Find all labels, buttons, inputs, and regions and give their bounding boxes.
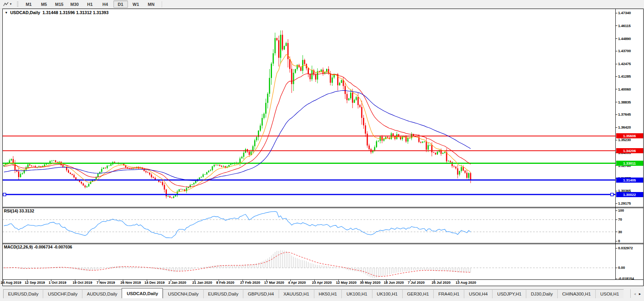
- svg-text:27 Feb 2020: 27 Feb 2020: [240, 281, 260, 285]
- timeframe-button-H1[interactable]: H1: [83, 0, 97, 8]
- chart-title: ▼ USDCAD,Daily 1.31448 1.31596 1.31312 1…: [5, 10, 109, 15]
- svg-text:1.35606: 1.35606: [623, 134, 636, 138]
- svg-text:30 May 2020: 30 May 2020: [360, 281, 381, 285]
- timeframe-button-M1[interactable]: M1: [22, 0, 36, 8]
- svg-text:8 Feb 2020: 8 Feb 2020: [216, 281, 234, 285]
- tab-scroll-right-icon[interactable]: ▸: [639, 292, 641, 296]
- chart-tab-USDCHF-Daily[interactable]: USDCHF,Daily: [43, 289, 82, 298]
- chart-tab-UK100-H1[interactable]: UK100,H1: [341, 289, 372, 298]
- chart-tab-USDCAD-Daily[interactable]: USDCAD,Daily: [122, 288, 163, 298]
- svg-text:23 Apr 2020: 23 Apr 2020: [312, 281, 332, 285]
- svg-text:1.36420: 1.36420: [618, 125, 631, 129]
- rsi-indicator-label: RSI(14) 33.3132: [4, 209, 34, 213]
- svg-text:12 May 2020: 12 May 2020: [336, 281, 357, 285]
- chart-tab-GER30-H1[interactable]: GER30,H1: [402, 289, 434, 298]
- timeframe-toolbar: ▾ M1M5M15M30H1H4D1W1MN: [0, 0, 644, 9]
- svg-text:1.30022: 1.30022: [623, 193, 636, 197]
- chart-tab-EURUSD-Daily[interactable]: EURUSD,Daily: [203, 289, 243, 298]
- timeframe-buttons: M1M5M15M30H1H4D1W1MN: [21, 0, 159, 8]
- svg-text:13 Aug 2020: 13 Aug 2020: [456, 281, 476, 285]
- chart-tab-AUDUSD-Daily[interactable]: AUDUSD,Daily: [82, 289, 122, 298]
- chart-tab-FRA40-H1[interactable]: FRA40,H1: [433, 289, 464, 298]
- svg-text:1.47340: 1.47340: [618, 11, 631, 15]
- svg-text:21 Jan 2020: 21 Jan 2020: [192, 281, 212, 285]
- svg-text:12 Sep 2019: 12 Sep 2019: [25, 281, 45, 285]
- timeframe-button-MN[interactable]: MN: [144, 0, 159, 8]
- chart-tab-UK100-H1[interactable]: UK100,H1: [372, 289, 402, 298]
- chart-tabs: EURUSD,DailyUSDCHF,DailyAUDUSD,DailyUSDC…: [3, 288, 624, 298]
- svg-text:0.00: 0.00: [618, 266, 625, 270]
- svg-text:1.43700: 1.43700: [618, 49, 631, 53]
- svg-text:0: 0: [618, 239, 620, 243]
- timeframe-button-H4[interactable]: H4: [98, 0, 113, 8]
- chart-type-button[interactable]: ▾: [2, 1, 13, 7]
- svg-text:1.35230: 1.35230: [618, 138, 631, 142]
- svg-text:19 Oct 2019: 19 Oct 2019: [73, 281, 92, 285]
- svg-text:70: 70: [618, 218, 622, 221]
- svg-text:25 Jul 2020: 25 Jul 2020: [432, 281, 451, 285]
- timeframe-button-W1[interactable]: W1: [129, 0, 143, 8]
- svg-text:1.37645: 1.37645: [618, 112, 631, 116]
- svg-text:100: 100: [618, 209, 624, 212]
- svg-text:-0.018154: -0.018154: [618, 277, 634, 281]
- chart-tab-EURUSD-Daily[interactable]: EURUSD,Daily: [3, 289, 43, 298]
- svg-text:0.032972: 0.032972: [618, 246, 633, 250]
- svg-text:1.31405: 1.31405: [623, 178, 636, 182]
- chart-tab-USDJPY-H1[interactable]: USDJPY,H1: [492, 289, 526, 298]
- svg-text:7 Jul 2020: 7 Jul 2020: [408, 281, 425, 285]
- line-chart-icon: [3, 2, 9, 7]
- svg-text:30: 30: [618, 230, 622, 234]
- toolbar-grip[interactable]: [17, 2, 18, 7]
- svg-text:1.29175: 1.29175: [618, 201, 631, 205]
- chart-ohlc-values: 1.31448 1.31596 1.31312 1.31393: [42, 10, 108, 15]
- svg-text:7 Nov 2019: 7 Nov 2019: [97, 281, 115, 285]
- svg-text:1.34206: 1.34206: [623, 149, 636, 153]
- svg-text:18 Jun 2020: 18 Jun 2020: [384, 281, 404, 285]
- chart-tab-USOil-H1[interactable]: USOil,H1: [595, 289, 624, 298]
- timeframe-button-M30[interactable]: M30: [68, 0, 82, 8]
- chart-tabs-bar: EURUSD,DailyUSDCHF,DailyAUDUSD,DailyUSDC…: [0, 286, 644, 301]
- chart-symbol-period: USDCAD,Daily: [10, 10, 40, 15]
- svg-text:2 Jan 2020: 2 Jan 2020: [168, 281, 186, 285]
- toolbar-separator: [162, 1, 162, 7]
- svg-text:1.44890: 1.44890: [618, 37, 631, 41]
- svg-text:4 Apr 2020: 4 Apr 2020: [288, 281, 306, 285]
- svg-text:1.42475: 1.42475: [618, 62, 631, 66]
- timeframe-button-M15[interactable]: M15: [52, 0, 67, 8]
- chart-dropdown-icon[interactable]: ▼: [5, 11, 8, 15]
- svg-text:1.38835: 1.38835: [618, 100, 631, 104]
- chart-tab-XAUUSD-H1[interactable]: XAUUSD,H1: [279, 289, 314, 298]
- svg-text:1.46115: 1.46115: [618, 24, 631, 28]
- mt4-chart-window: { "icons": { "chart_type": "line-chart-i…: [0, 0, 644, 301]
- chart-tab-DJ30-Daily[interactable]: DJ30,Daily: [526, 289, 557, 298]
- tab-scroll-controls: ◂ ▸: [630, 289, 641, 298]
- svg-text:1.41285: 1.41285: [618, 74, 631, 78]
- chart-tab-USOil-H4[interactable]: USOil,H4: [464, 289, 492, 298]
- chart-tab-CHINA300-H1[interactable]: CHINA300,H1: [557, 289, 595, 298]
- chart-background: [3, 9, 644, 286]
- chart-tab-HK50-H1[interactable]: HK50,H1: [314, 289, 342, 298]
- svg-text:1.40060: 1.40060: [618, 87, 631, 91]
- svg-text:26 Nov 2019: 26 Nov 2019: [120, 281, 141, 285]
- timeframe-button-D1[interactable]: D1: [113, 0, 128, 8]
- chart-tab-USDCNH-Daily[interactable]: USDCNH,Daily: [163, 289, 203, 298]
- chart-tab-GBPUSD-H4[interactable]: GBPUSD,H4: [243, 289, 279, 298]
- svg-text:24 Aug 2019: 24 Aug 2019: [1, 281, 21, 285]
- svg-text:1 Oct 2019: 1 Oct 2019: [49, 281, 66, 285]
- chart-canvas[interactable]: 1.473401.461151.448901.437001.424751.412…: [0, 0, 644, 301]
- timeframe-button-M5[interactable]: M5: [37, 0, 51, 8]
- svg-text:17 Mar 2020: 17 Mar 2020: [264, 281, 284, 285]
- svg-text:1.33011: 1.33011: [623, 161, 636, 165]
- svg-text:14 Dec 2019: 14 Dec 2019: [144, 281, 165, 285]
- chevron-down-icon: ▾: [10, 2, 12, 6]
- macd-indicator-label: MACD(12,26,9) -0.006734 -0.007036: [4, 245, 72, 249]
- tab-scroll-left-icon[interactable]: ◂: [634, 292, 636, 296]
